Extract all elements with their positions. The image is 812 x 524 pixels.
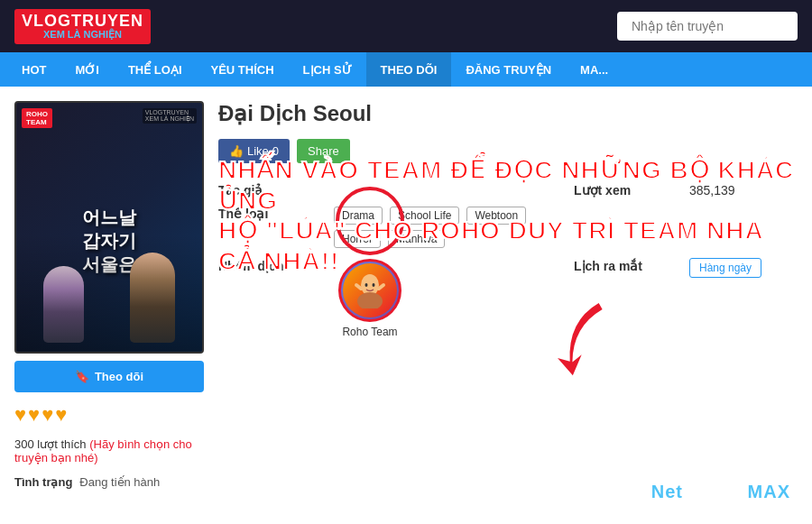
right-panel: Đại Dịch Seoul 👍 Like 0 Share NHẤN VÀO T…: [218, 101, 798, 510]
nav-theo-doi[interactable]: THEO DÕI: [366, 52, 452, 87]
svg-point-5: [373, 283, 375, 287]
group-avatar-art: [352, 272, 388, 308]
logo-box[interactable]: VLOGTRUYEN XEM LÀ NGHIỆN: [14, 9, 151, 44]
nav-dang-truyen[interactable]: ĐĂNG TRUYỆN: [451, 52, 566, 87]
likes-text: 300 lượt thích (Hãy bình chọn cho truyện…: [14, 437, 204, 464]
star-2[interactable]: ♥: [28, 403, 40, 427]
action-buttons: 👍 Like 0 Share: [218, 139, 798, 163]
star-1[interactable]: ♥: [14, 403, 26, 427]
svg-line-3: [379, 285, 383, 289]
thumbs-up-icon: 👍: [229, 144, 244, 158]
views-label: Lượt xem: [574, 183, 682, 198]
nav-lich-su[interactable]: LỊCH SỬ: [289, 52, 366, 87]
group-label: Nhóm dịch: [218, 259, 327, 273]
like-count: 0: [272, 144, 279, 158]
logo-area: VLOGTRUYEN XEM LÀ NGHIỆN: [14, 9, 151, 44]
author-label: Tác giả: [218, 183, 327, 198]
genre-label: Thể loại: [218, 207, 327, 221]
share-button[interactable]: Share: [297, 139, 350, 163]
left-panel: ROHOTEAM VLOGTRUYENXEM LÀ NGHIỆN 어느날갑자기서…: [14, 101, 204, 510]
nav-hot[interactable]: HOT: [7, 52, 60, 87]
svg-point-1: [357, 292, 383, 308]
schedule-label: Lịch ra mắt: [574, 259, 682, 273]
nav-yeu-thich[interactable]: YÊU THÍCH: [197, 52, 289, 87]
group-translator: Roho Team: [334, 259, 567, 338]
cover-watermark-small: VLOGTRUYENXEM LÀ NGHIỆN: [143, 108, 197, 124]
status-row: Tình trạng Đang tiến hành: [14, 475, 204, 489]
search-input[interactable]: [617, 12, 798, 41]
svg-point-4: [365, 283, 368, 287]
like-label: Like: [247, 144, 269, 158]
cover-overlay: ROHOTEAM VLOGTRUYENXEM LÀ NGHIỆN 어느날갑자기서…: [16, 103, 202, 352]
star-3[interactable]: ♥: [42, 403, 53, 427]
schedule-badge: Hàng ngày: [689, 258, 761, 278]
char-silhouette-2: [43, 266, 84, 343]
group-avatar[interactable]: [338, 259, 401, 322]
star-4[interactable]: ♥: [55, 403, 67, 427]
navigation: HOT MỚI THỂ LOẠI YÊU THÍCH LỊCH SỬ THEO …: [0, 52, 812, 87]
watermark-max: MAX: [748, 482, 790, 501]
manga-title: Đại Dịch Seoul: [218, 101, 798, 126]
tag-manhwa[interactable]: Manhwa: [388, 230, 445, 248]
status-value: Đang tiến hành: [79, 475, 160, 489]
info-grid: Tác giả Lượt xem 385,139 Thể loại Drama …: [218, 183, 798, 338]
tag-drama[interactable]: Drama: [334, 207, 383, 225]
status-label: Tình trạng: [14, 475, 72, 489]
char-silhouette-1: [130, 253, 175, 343]
nav-more[interactable]: MA...: [566, 52, 623, 87]
watermark: NetTruyenMAX: [651, 482, 790, 502]
follow-label: Theo dõi: [95, 370, 143, 383]
logo-main: VLOGTRUYEN: [22, 13, 143, 29]
likes-count: 300 lượt thích: [14, 437, 87, 451]
group-avatar-inner: [343, 263, 397, 317]
logo-sub: XEM LÀ NGHIỆN: [22, 29, 143, 41]
bookmark-icon: 🔖: [75, 370, 89, 383]
watermark-net: Net: [651, 482, 683, 501]
genre-tags: Drama School Life Webtoon Horror Manhwa: [334, 207, 567, 250]
schedule-value-container: Hàng ngày: [689, 259, 798, 275]
watermark-truyen: Truyen: [683, 482, 748, 501]
nav-the-loai[interactable]: THỂ LOẠI: [114, 52, 197, 87]
cover-logo-badge: ROHOTEAM: [22, 108, 52, 128]
group-translator-container: Roho Team: [334, 259, 406, 338]
rating-stars: ♥ ♥ ♥ ♥: [14, 403, 204, 427]
tag-horror[interactable]: Horror: [334, 230, 381, 248]
views-count: 385,139: [689, 183, 798, 198]
follow-button[interactable]: 🔖 Theo dõi: [14, 361, 204, 392]
tag-school[interactable]: School Life: [390, 207, 459, 225]
svg-line-2: [356, 285, 361, 289]
info-section: Tác giả Lượt xem 385,139 Thể loại Drama …: [218, 183, 798, 338]
group-name: Roho Team: [342, 326, 397, 338]
like-button[interactable]: 👍 Like 0: [218, 139, 290, 163]
nav-moi[interactable]: MỚI: [60, 52, 113, 87]
manga-cover: ROHOTEAM VLOGTRUYENXEM LÀ NGHIỆN 어느날갑자기서…: [14, 101, 204, 354]
header: VLOGTRUYEN XEM LÀ NGHIỆN: [0, 0, 812, 52]
main-content: ROHOTEAM VLOGTRUYENXEM LÀ NGHIỆN 어느날갑자기서…: [0, 87, 812, 524]
tag-webtoon[interactable]: Webtoon: [466, 207, 526, 225]
